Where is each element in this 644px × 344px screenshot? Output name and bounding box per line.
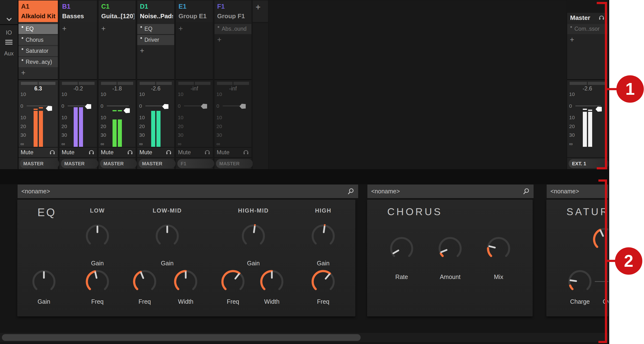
scrollbar-thumb[interactable] bbox=[2, 334, 361, 341]
pan-slider[interactable] bbox=[156, 82, 172, 85]
mixer-menu-button[interactable] bbox=[5, 39, 12, 45]
cue-button[interactable] bbox=[127, 149, 133, 155]
pan-slider[interactable] bbox=[140, 82, 155, 85]
pan-slider[interactable] bbox=[217, 82, 232, 85]
routing-button[interactable]: MASTER bbox=[216, 159, 253, 168]
routing-button[interactable]: MASTER bbox=[61, 159, 98, 168]
cue-button[interactable] bbox=[49, 149, 56, 155]
pan-slider[interactable] bbox=[79, 82, 94, 85]
channel-header[interactable]: E1Group E1 bbox=[176, 0, 213, 22]
search-icon-wrap[interactable] bbox=[347, 187, 355, 196]
master-header[interactable]: Master bbox=[567, 13, 608, 22]
knob[interactable] bbox=[310, 222, 337, 250]
cue-button[interactable] bbox=[166, 149, 172, 155]
pan-slider[interactable] bbox=[101, 82, 116, 85]
routing-button[interactable]: MASTER bbox=[100, 159, 137, 168]
plugin-search-input[interactable]: <noname> bbox=[367, 184, 534, 198]
routing-button[interactable]: MASTER bbox=[139, 159, 176, 168]
cue-button[interactable] bbox=[243, 149, 249, 155]
pan-slider[interactable] bbox=[570, 82, 587, 85]
routing-button[interactable]: EXT. 1 bbox=[569, 159, 609, 168]
cue-button[interactable] bbox=[204, 149, 210, 155]
knob[interactable] bbox=[220, 268, 246, 295]
plugin-add-button[interactable]: + bbox=[18, 68, 58, 78]
knob[interactable] bbox=[154, 222, 181, 250]
mute-button[interactable]: Mute bbox=[140, 150, 152, 155]
routing-button[interactable]: MASTER bbox=[20, 159, 59, 168]
plugin-add-button[interactable]: + bbox=[137, 46, 174, 56]
plugin-slot[interactable]: Driver bbox=[137, 35, 174, 45]
meter-scale-label: 10 bbox=[139, 92, 145, 97]
mute-button[interactable]: Mute bbox=[101, 150, 114, 155]
hamburger-icon bbox=[5, 39, 12, 45]
plugin-add-button[interactable]: + bbox=[98, 24, 136, 34]
routing-button[interactable]: F1 bbox=[177, 159, 214, 168]
meter-scale-label: ∞ bbox=[216, 141, 220, 146]
master-cue-button[interactable] bbox=[598, 14, 605, 21]
plugin-add-button[interactable]: + bbox=[214, 35, 252, 45]
pan-slider[interactable] bbox=[178, 82, 194, 85]
mute-button[interactable]: Mute bbox=[178, 150, 191, 155]
mute-button[interactable]: Mute bbox=[217, 150, 230, 155]
mute-button[interactable]: Mute bbox=[21, 150, 33, 155]
plugin-slot[interactable]: Reve..acy) bbox=[18, 57, 58, 67]
fader-track[interactable] bbox=[576, 106, 601, 106]
plugin-add-button[interactable]: + bbox=[60, 24, 97, 34]
pan-slider[interactable] bbox=[118, 82, 133, 85]
knob[interactable] bbox=[310, 268, 337, 295]
knob-icon bbox=[566, 268, 593, 295]
channel-header[interactable]: D1Noise..Pads bbox=[137, 0, 174, 22]
knob[interactable] bbox=[240, 222, 267, 250]
mute-row: Mute bbox=[214, 148, 252, 157]
pan-slider[interactable] bbox=[21, 82, 38, 85]
channel-header[interactable]: F1Group F1 bbox=[214, 0, 252, 22]
pan-slider[interactable] bbox=[195, 82, 210, 85]
knob-icon bbox=[172, 268, 199, 295]
knob[interactable] bbox=[30, 268, 57, 295]
knob[interactable] bbox=[485, 235, 512, 262]
search-icon-wrap[interactable] bbox=[522, 187, 530, 196]
knob[interactable] bbox=[388, 235, 415, 262]
meter-scale-label: 20 bbox=[100, 124, 106, 129]
knob[interactable] bbox=[437, 235, 464, 262]
row-divider bbox=[214, 157, 252, 158]
mute-button[interactable]: Mute bbox=[62, 150, 74, 155]
fader-track[interactable] bbox=[27, 106, 51, 106]
knob[interactable] bbox=[172, 268, 199, 295]
pan-slider[interactable] bbox=[39, 82, 56, 85]
plugin-slot[interactable]: EQ bbox=[137, 24, 174, 34]
plugin-slot[interactable]: Saturator bbox=[18, 46, 58, 56]
knob[interactable] bbox=[84, 268, 111, 295]
plugin-add-button[interactable]: + bbox=[567, 35, 608, 45]
fader-track[interactable] bbox=[107, 106, 129, 106]
knob[interactable] bbox=[566, 268, 593, 295]
pan-slider[interactable] bbox=[234, 82, 249, 85]
channel-header[interactable]: B1Basses bbox=[60, 0, 97, 22]
knob[interactable] bbox=[131, 268, 158, 295]
knob[interactable] bbox=[258, 268, 285, 295]
io-toggle-button[interactable]: IO bbox=[0, 29, 18, 36]
plugin-search-input[interactable]: <noname> bbox=[546, 184, 608, 198]
meter-scale-label: 10 bbox=[569, 92, 575, 97]
aux-toggle-button[interactable]: Aux bbox=[0, 50, 18, 57]
pan-slider[interactable] bbox=[62, 82, 78, 85]
knob[interactable] bbox=[84, 222, 111, 250]
channel-header[interactable]: C1Guita..[120] bbox=[98, 0, 136, 22]
cue-button[interactable] bbox=[88, 149, 94, 155]
panel-title: CHORUS bbox=[387, 207, 442, 217]
plugin-add-button[interactable]: + bbox=[176, 24, 213, 34]
add-group-button[interactable]: + bbox=[253, 0, 268, 22]
meter-scale-label: 30 bbox=[178, 132, 183, 138]
eq-band-label: LOW-MID bbox=[152, 208, 182, 214]
meter-scale-label: 30 bbox=[100, 132, 106, 138]
plugin-slot[interactable]: EQ bbox=[18, 24, 58, 34]
pan-slider[interactable] bbox=[588, 82, 605, 85]
collapse-mixer-button[interactable] bbox=[4, 14, 14, 24]
plugin-search-input[interactable]: <noname> bbox=[17, 184, 358, 198]
channel-header[interactable]: A1Alkaloid Kit bbox=[18, 0, 58, 22]
knob-icon bbox=[131, 268, 158, 295]
channel-id: D1 bbox=[140, 3, 148, 10]
plugin-slot[interactable]: Com..ssor bbox=[567, 24, 608, 34]
plugin-slot[interactable]: Chorus bbox=[18, 35, 58, 45]
plugin-slot[interactable]: Abs..ound bbox=[214, 24, 252, 34]
